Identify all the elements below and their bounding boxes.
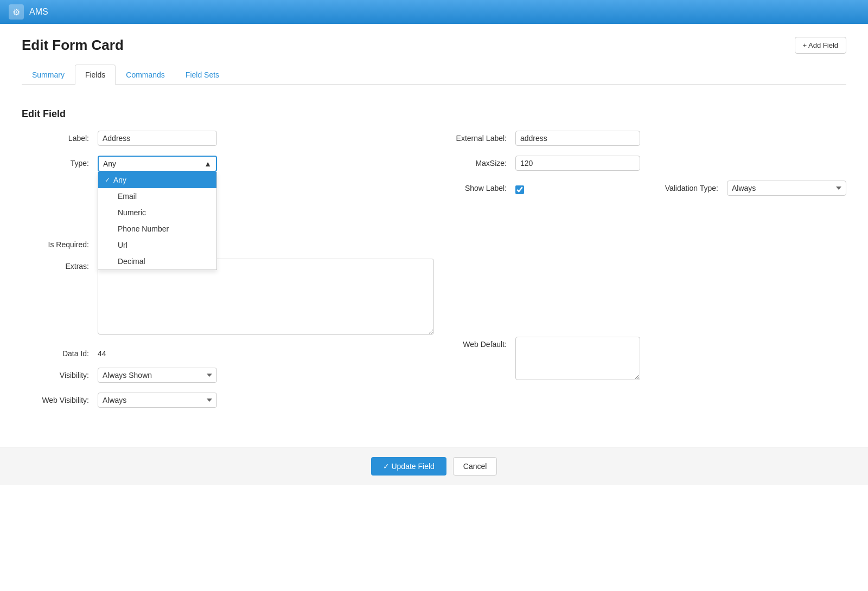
web-default-row: Web Default: xyxy=(434,337,846,382)
show-label-label: Show Label: xyxy=(434,184,515,192)
type-option-any-label: Any xyxy=(113,176,126,184)
edit-field-section: Edit Field Label: Type: xyxy=(22,98,846,417)
type-field-control: Any ▲ ✓ Any Email xyxy=(98,156,217,172)
extras-textarea[interactable] xyxy=(98,259,434,335)
visibility-select[interactable]: Always Shown Hidden Read Only xyxy=(98,368,217,383)
show-label-checkbox[interactable] xyxy=(515,185,524,194)
show-label-checkbox-wrapper xyxy=(515,182,635,194)
section-title: Edit Field xyxy=(22,108,846,120)
label-input[interactable] xyxy=(98,131,217,146)
page-content: Edit Form Card + Add Field Summary Field… xyxy=(0,24,868,431)
form-right-col: External Label: MaxSize: Show Label: xyxy=(434,131,846,417)
extras-row: Extras: xyxy=(22,259,434,336)
page-title: Edit Form Card xyxy=(22,37,124,54)
type-row: Type: Any ▲ ✓ Any xyxy=(22,156,434,172)
form-layout: Label: Type: Any ▲ xyxy=(22,131,846,417)
app-title: AMS xyxy=(29,7,48,17)
web-visibility-label: Web Visibility: xyxy=(22,393,98,404)
validation-type-select[interactable]: Always Never Conditional xyxy=(727,181,846,196)
type-option-phone-label: Phone Number xyxy=(118,224,169,233)
footer-bar: ✓ Update Field Cancel xyxy=(0,447,868,485)
label-field-control xyxy=(98,131,217,146)
maxsize-input[interactable] xyxy=(515,156,640,171)
check-icon: ✓ xyxy=(105,176,110,184)
extras-control xyxy=(98,259,434,336)
type-select-display[interactable]: Any ▲ xyxy=(98,156,217,172)
data-id-value: 44 xyxy=(98,346,106,358)
visibility-row: Visibility: Always Shown Hidden Read Onl… xyxy=(22,368,434,383)
external-label-control xyxy=(515,131,640,146)
tab-field-sets[interactable]: Field Sets xyxy=(175,65,229,85)
type-option-any[interactable]: ✓ Any xyxy=(98,172,216,188)
show-label-control xyxy=(515,182,635,194)
app-logo: ⚙ xyxy=(9,4,24,20)
external-label-label: External Label: xyxy=(434,134,515,143)
page-header: Edit Form Card + Add Field xyxy=(22,37,846,54)
maxsize-row: MaxSize: xyxy=(434,156,846,171)
validation-type-control: Always Never Conditional xyxy=(727,181,846,196)
validation-type-label: Validation Type: xyxy=(646,184,727,192)
form-left-col: Label: Type: Any ▲ xyxy=(22,131,434,417)
add-field-button[interactable]: + Add Field xyxy=(795,37,846,54)
top-bar: ⚙ AMS xyxy=(0,0,868,24)
is-required-row: Is Required: xyxy=(22,237,434,249)
tab-summary[interactable]: Summary xyxy=(22,65,75,85)
label-row: Label: xyxy=(22,131,434,146)
web-default-control xyxy=(515,337,640,382)
web-visibility-select[interactable]: Always Never Conditional xyxy=(98,393,217,408)
type-option-phone[interactable]: Phone Number xyxy=(98,221,216,237)
type-dropdown-arrow: ▲ xyxy=(204,159,212,168)
web-visibility-control: Always Never Conditional xyxy=(98,393,217,408)
type-selected-label: Any xyxy=(103,159,116,168)
type-field-label: Type: xyxy=(22,156,98,168)
web-default-label: Web Default: xyxy=(434,337,515,349)
tab-fields[interactable]: Fields xyxy=(75,65,116,85)
visibility-control: Always Shown Hidden Read Only xyxy=(98,368,217,383)
type-dropdown-wrapper: Any ▲ ✓ Any Email xyxy=(98,156,217,172)
maxsize-control xyxy=(515,156,640,171)
type-option-email[interactable]: Email xyxy=(98,188,216,204)
type-option-numeric-label: Numeric xyxy=(118,208,146,217)
data-id-row: Data Id: 44 xyxy=(22,346,434,358)
cancel-button[interactable]: Cancel xyxy=(453,457,497,476)
type-option-url[interactable]: Url xyxy=(98,237,216,253)
external-label-input[interactable] xyxy=(515,131,640,146)
type-dropdown-list: ✓ Any Email Numeric xyxy=(98,172,217,270)
is-required-label: Is Required: xyxy=(22,237,98,249)
web-visibility-row: Web Visibility: Always Never Conditional xyxy=(22,393,434,408)
type-option-url-label: Url xyxy=(118,241,127,249)
update-field-button[interactable]: ✓ Update Field xyxy=(371,457,446,476)
type-option-email-label: Email xyxy=(118,192,137,201)
type-option-decimal[interactable]: Decimal xyxy=(98,253,216,269)
maxsize-label: MaxSize: xyxy=(434,159,515,168)
visibility-label: Visibility: xyxy=(22,368,98,380)
label-field-label: Label: xyxy=(22,131,98,143)
show-label-row: Show Label: Validation Type: Always Neve… xyxy=(434,181,846,196)
external-label-row: External Label: xyxy=(434,131,846,146)
data-id-label: Data Id: xyxy=(22,346,98,358)
extras-label: Extras: xyxy=(22,259,98,271)
tab-commands[interactable]: Commands xyxy=(116,65,175,85)
type-option-decimal-label: Decimal xyxy=(118,257,145,266)
tabs-container: Summary Fields Commands Field Sets xyxy=(22,65,846,85)
web-default-textarea[interactable] xyxy=(515,337,640,380)
type-option-numeric[interactable]: Numeric xyxy=(98,204,216,221)
